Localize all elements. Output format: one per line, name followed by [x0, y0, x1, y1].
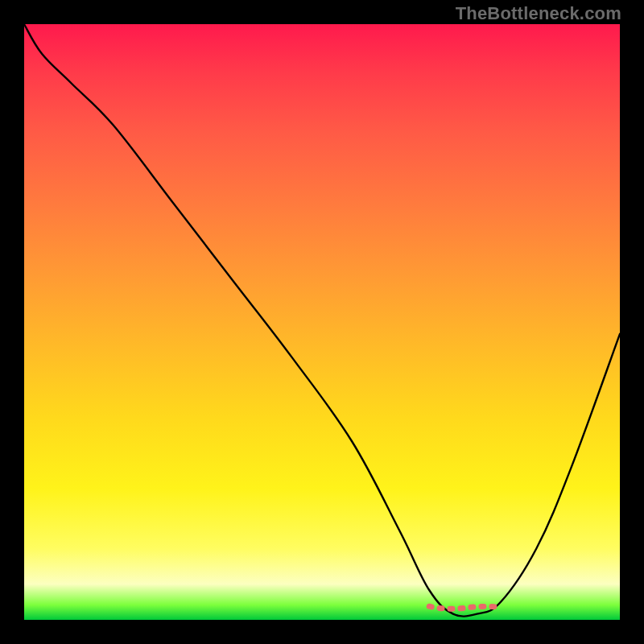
bottleneck-curve	[24, 24, 620, 617]
watermark-label: TheBottleneck.com	[456, 3, 621, 24]
valley-marker	[429, 606, 501, 609]
curve-layer	[24, 24, 620, 620]
chart-frame: TheBottleneck.com	[0, 0, 644, 644]
gradient-plot-area	[24, 24, 620, 620]
